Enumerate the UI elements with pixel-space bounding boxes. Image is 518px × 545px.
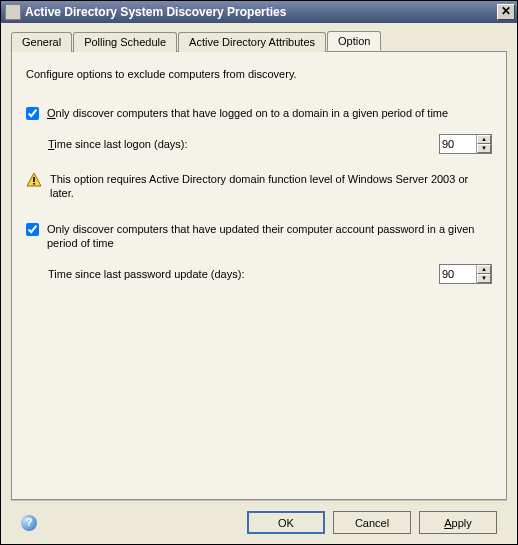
client-area: General Polling Schedule Active Director… bbox=[1, 23, 517, 544]
logon-days-label: Time since last logon (days): bbox=[48, 138, 439, 150]
button-bar: ? OK Cancel Apply bbox=[11, 500, 507, 544]
spin-up-icon[interactable]: ▲ bbox=[477, 135, 491, 144]
system-icon bbox=[5, 4, 21, 20]
password-days-input[interactable] bbox=[440, 265, 476, 283]
svg-rect-1 bbox=[33, 177, 35, 182]
tab-panel-option: Configure options to exclude computers f… bbox=[11, 51, 507, 500]
tab-option[interactable]: Option bbox=[327, 31, 381, 51]
warning-icon bbox=[26, 172, 42, 188]
logon-days-input[interactable] bbox=[440, 135, 476, 153]
cancel-button[interactable]: Cancel bbox=[333, 511, 411, 534]
dialog-window: Active Directory System Discovery Proper… bbox=[0, 0, 518, 545]
spin-down-icon[interactable]: ▼ bbox=[477, 144, 491, 153]
apply-rest: pply bbox=[452, 517, 472, 529]
logon-days-spinner[interactable]: ▲ ▼ bbox=[439, 134, 492, 154]
help-icon[interactable]: ? bbox=[21, 515, 37, 531]
logon-days-spin-buttons: ▲ ▼ bbox=[476, 135, 491, 153]
window-title: Active Directory System Discovery Proper… bbox=[25, 5, 497, 19]
password-days-row: Time since last password update (days): … bbox=[48, 264, 492, 284]
panel-description: Configure options to exclude computers f… bbox=[26, 68, 492, 80]
checkbox-logon[interactable] bbox=[26, 107, 39, 120]
option-logon-row: Only discover computers that have logged… bbox=[26, 106, 492, 120]
checkbox-password-label[interactable]: Only discover computers that have update… bbox=[47, 222, 492, 250]
password-days-spin-buttons: ▲ ▼ bbox=[476, 265, 491, 283]
close-button[interactable]: ✕ bbox=[497, 4, 515, 20]
tab-general[interactable]: General bbox=[11, 32, 72, 52]
tab-polling-schedule[interactable]: Polling Schedule bbox=[73, 32, 177, 52]
option-password-row: Only discover computers that have update… bbox=[26, 222, 492, 250]
svg-rect-2 bbox=[33, 183, 35, 185]
tab-ad-attributes[interactable]: Active Directory Attributes bbox=[178, 32, 326, 52]
logon-days-row: Time since last logon (days): ▲ ▼ bbox=[48, 134, 492, 154]
checkbox-password[interactable] bbox=[26, 223, 39, 236]
password-days-spinner[interactable]: ▲ ▼ bbox=[439, 264, 492, 284]
warning-text: This option requires Active Directory do… bbox=[50, 172, 492, 200]
spin-up-icon[interactable]: ▲ bbox=[477, 265, 491, 274]
titlebar: Active Directory System Discovery Proper… bbox=[1, 1, 517, 23]
password-days-label: Time since last password update (days): bbox=[48, 268, 439, 280]
checkbox-logon-label[interactable]: Only discover computers that have logged… bbox=[47, 106, 492, 120]
tab-strip: General Polling Schedule Active Director… bbox=[11, 31, 507, 51]
ok-button[interactable]: OK bbox=[247, 511, 325, 534]
spin-down-icon[interactable]: ▼ bbox=[477, 274, 491, 283]
apply-button[interactable]: Apply bbox=[419, 511, 497, 534]
warning-row: This option requires Active Directory do… bbox=[26, 172, 492, 200]
